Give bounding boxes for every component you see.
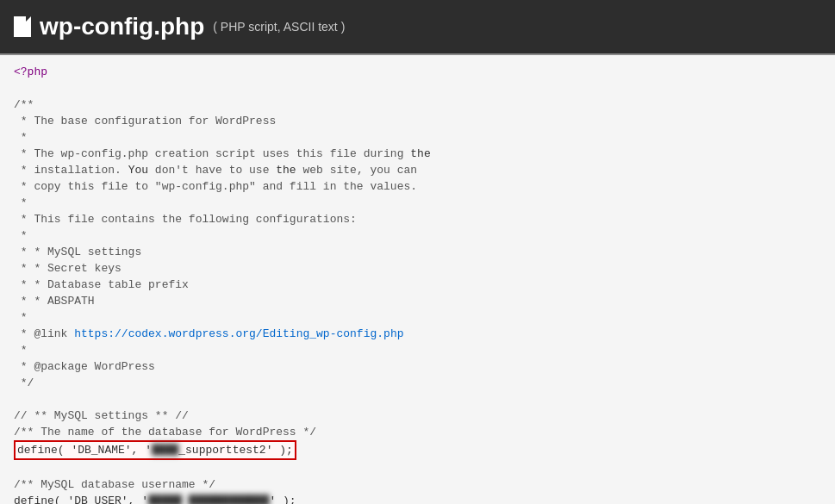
file-meta: ( PHP script, ASCII text ) — [213, 20, 345, 34]
code-line: /** MySQL database username */ — [14, 476, 821, 493]
filename: wp-config.php — [40, 13, 204, 40]
code-line: /** The name of the database for WordPre… — [14, 424, 821, 440]
code-line: * — [14, 195, 821, 211]
code-line: * — [14, 227, 821, 244]
code-line: /** — [14, 96, 821, 113]
define-highlighted-line: define( 'DB_NAME', '████_supporttest2' )… — [14, 440, 821, 460]
code-line: * — [14, 342, 821, 358]
code-line: * — [14, 309, 821, 326]
code-line: * @package WordPress — [14, 358, 821, 375]
code-line: * — [14, 129, 821, 146]
code-line — [14, 391, 821, 408]
code-line: * * MySQL settings — [14, 244, 821, 260]
code-line: * The base configuration for WordPress — [14, 113, 821, 129]
code-line: */ — [14, 375, 821, 391]
title-bar: wp-config.php ( PHP script, ASCII text ) — [0, 0, 835, 53]
code-line: * * ABSPATH — [14, 293, 821, 309]
code-line: * installation. You don't have to use th… — [14, 162, 821, 178]
code-line: <?php — [14, 64, 821, 80]
code-line — [14, 80, 821, 96]
code-line: * The wp-config.php creation script uses… — [14, 146, 821, 162]
code-line: // ** MySQL settings ** // — [14, 408, 821, 424]
code-line: * copy this file to "wp-config.php" and … — [14, 178, 821, 195]
code-line: * * Database table prefix — [14, 277, 821, 293]
code-line: * * Secret keys — [14, 260, 821, 277]
define-blurred-line: define( 'DB_USER', '█████ ████████████' … — [14, 493, 821, 504]
file-icon — [14, 16, 31, 37]
code-line: * @link https://codex.wordpress.org/Edit… — [14, 326, 821, 342]
code-line — [14, 460, 821, 476]
code-line: * This file contains the following confi… — [14, 211, 821, 227]
code-area: <?php /** * The base configuration for W… — [0, 55, 835, 504]
